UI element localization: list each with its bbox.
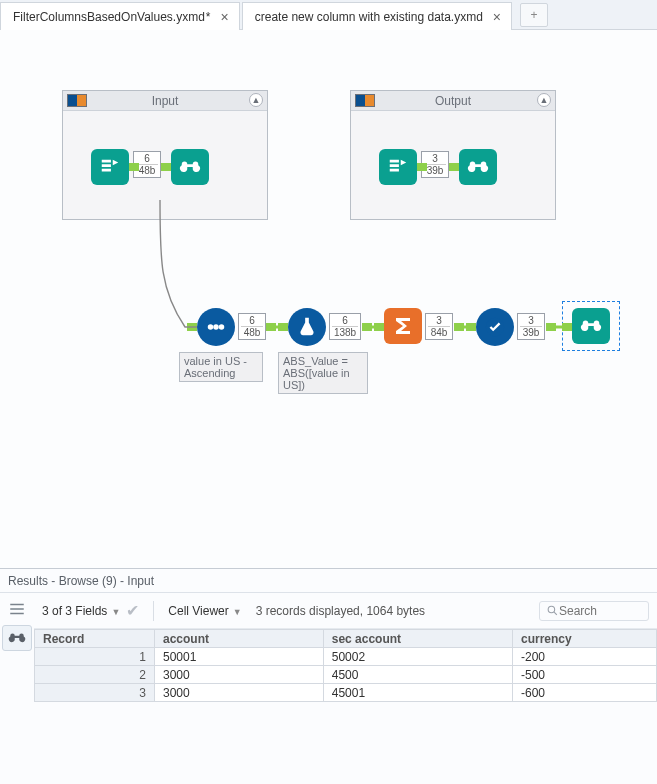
binoculars-icon xyxy=(580,315,602,337)
svg-point-8 xyxy=(548,606,555,613)
connector-stub xyxy=(374,323,384,331)
new-tab-button[interactable]: + xyxy=(520,3,548,27)
chevron-down-icon: ▼ xyxy=(233,607,242,617)
container-title: Input xyxy=(152,94,179,108)
binoculars-icon xyxy=(8,629,26,647)
tool-annotation: 384b xyxy=(425,313,453,340)
workflow-canvas[interactable]: Input ▲ 6 48b Output ▲ xyxy=(0,30,657,568)
check-icon[interactable]: ✔ xyxy=(126,601,139,620)
container-chip-icon xyxy=(355,94,375,107)
connector-stub xyxy=(129,163,139,171)
container-output[interactable]: Output ▲ 3 39b xyxy=(350,90,556,220)
text-input-icon xyxy=(99,156,121,178)
separator xyxy=(153,601,154,621)
results-toolbar: 3 of 3 Fields▼ ✔ Cell Viewer▼ 3 records … xyxy=(34,593,657,629)
list-icon xyxy=(8,600,26,618)
records-summary: 3 records displayed, 1064 bytes xyxy=(256,604,425,618)
text-input-icon xyxy=(387,156,409,178)
tool-annotation: 339b xyxy=(517,313,545,340)
col-currency[interactable]: currency xyxy=(512,630,656,648)
connector-stub xyxy=(266,323,276,331)
close-icon[interactable]: × xyxy=(221,10,229,24)
col-record[interactable]: Record xyxy=(35,630,155,648)
tab-modified-mark: * xyxy=(206,10,211,24)
svg-point-1 xyxy=(213,324,219,330)
binoculars-icon xyxy=(467,156,489,178)
tool-label-sort: value in US - Ascending xyxy=(179,352,263,382)
connector-stub xyxy=(454,323,464,331)
tool-annotation: 6138b xyxy=(329,313,361,340)
connector-stub xyxy=(562,323,572,331)
table-row[interactable]: 2 3000 4500 -500 xyxy=(35,666,657,684)
col-account[interactable]: account xyxy=(155,630,324,648)
container-header[interactable]: Output ▲ xyxy=(351,91,555,111)
connector-stub xyxy=(546,323,556,331)
connector-stub xyxy=(449,163,459,171)
flask-icon xyxy=(296,316,318,338)
check-circle-icon xyxy=(484,316,506,338)
col-sec-account[interactable]: sec account xyxy=(323,630,512,648)
tool-label-formula: ABS_Value = ABS([value in US]) xyxy=(278,352,368,394)
container-title: Output xyxy=(435,94,471,108)
tab-createnewcolumn[interactable]: create new column with existing data.yxm… xyxy=(242,2,512,30)
tab-filtercolumns[interactable]: FilterColumnsBasedOnValues.yxmd* × xyxy=(0,2,240,30)
tool-text-input[interactable] xyxy=(379,149,417,185)
chevron-down-icon: ▼ xyxy=(111,607,120,617)
tool-browse[interactable] xyxy=(459,149,497,185)
svg-point-0 xyxy=(208,324,214,330)
chevron-up-icon: ▲ xyxy=(540,95,549,105)
table-row[interactable]: 3 3000 45001 -600 xyxy=(35,684,657,702)
collapse-button[interactable]: ▲ xyxy=(249,93,263,107)
cell-viewer-label: Cell Viewer xyxy=(168,604,228,618)
connector-stub xyxy=(278,323,288,331)
tool-sort[interactable] xyxy=(197,308,235,346)
collapse-button[interactable]: ▲ xyxy=(537,93,551,107)
chevron-up-icon: ▲ xyxy=(252,95,261,105)
connector-stub xyxy=(362,323,372,331)
tool-summarize[interactable] xyxy=(384,308,422,344)
tab-bar: FilterColumnsBasedOnValues.yxmd* × creat… xyxy=(0,0,657,30)
connector-stub xyxy=(161,163,171,171)
side-tab-data[interactable] xyxy=(2,625,32,651)
search-input[interactable] xyxy=(559,604,629,618)
connector-stub xyxy=(466,323,476,331)
tool-annotation: 648b xyxy=(238,313,266,340)
container-header[interactable]: Input ▲ xyxy=(63,91,267,111)
cell-viewer-dropdown[interactable]: Cell Viewer▼ xyxy=(168,604,241,618)
svg-point-2 xyxy=(219,324,225,330)
results-header: Results - Browse (9) - Input xyxy=(0,569,657,593)
search-box[interactable] xyxy=(539,601,649,621)
tool-browse[interactable] xyxy=(171,149,209,185)
plus-icon: + xyxy=(531,8,538,22)
sigma-icon xyxy=(391,314,415,338)
sort-icon xyxy=(205,316,227,338)
close-icon[interactable]: × xyxy=(493,10,501,24)
connector-stub xyxy=(187,323,197,331)
search-icon xyxy=(546,604,559,617)
side-tab-messages[interactable] xyxy=(2,596,32,622)
tab-label: create new column with existing data.yxm… xyxy=(255,10,483,24)
results-panel: Results - Browse (9) - Input 3 of 3 Fiel… xyxy=(0,568,657,784)
tool-select[interactable] xyxy=(476,308,514,346)
container-chip-icon xyxy=(67,94,87,107)
tab-label: FilterColumnsBasedOnValues.yxmd xyxy=(13,10,205,24)
table-row[interactable]: 1 50001 50002 -200 xyxy=(35,648,657,666)
tool-formula[interactable] xyxy=(288,308,326,346)
tool-text-input[interactable] xyxy=(91,149,129,185)
connector-stub xyxy=(417,163,427,171)
container-input[interactable]: Input ▲ 6 48b xyxy=(62,90,268,220)
results-table: Record account sec account currency 1 50… xyxy=(34,629,657,702)
fields-summary: 3 of 3 Fields xyxy=(42,604,107,618)
fields-dropdown[interactable]: 3 of 3 Fields▼ xyxy=(42,604,120,618)
tool-browse-final[interactable] xyxy=(572,308,610,344)
results-side-tabs xyxy=(0,593,34,654)
table-header-row: Record account sec account currency xyxy=(35,630,657,648)
binoculars-icon xyxy=(179,156,201,178)
